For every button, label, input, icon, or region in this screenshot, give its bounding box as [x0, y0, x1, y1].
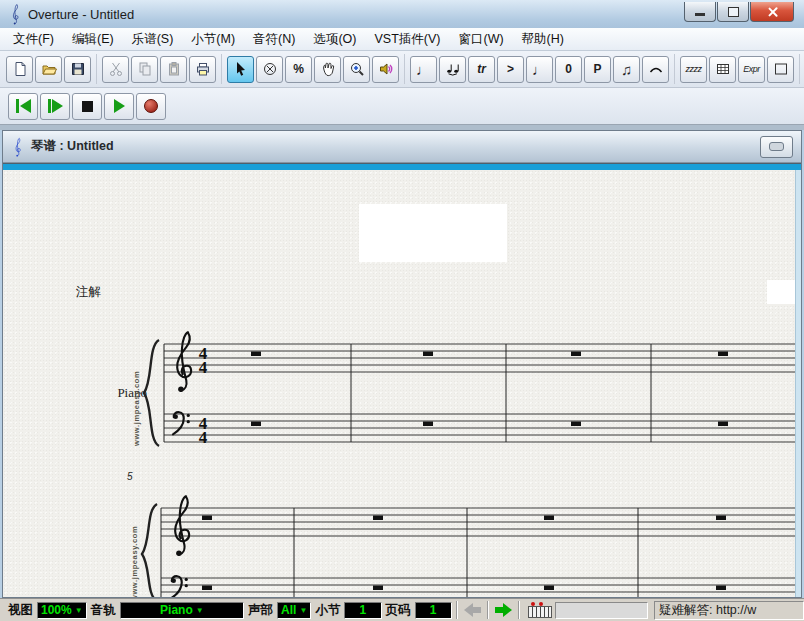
annotation-text[interactable]: 注解 — [76, 284, 101, 301]
hand-pan-button[interactable] — [314, 56, 341, 83]
score-minimize-icon — [769, 142, 784, 151]
expression-button[interactable]: Expr — [738, 56, 765, 83]
status-input-field[interactable] — [555, 602, 648, 619]
measure-grid-button[interactable] — [709, 56, 736, 83]
markup-tool-group: zzzz Expr — [680, 54, 800, 84]
menu-vst[interactable]: VST插件(V) — [365, 28, 449, 51]
rewind-button[interactable] — [8, 93, 38, 120]
minimize-button[interactable] — [684, 2, 716, 22]
menu-file[interactable]: 文件(F) — [4, 28, 63, 51]
tie-button[interactable] — [439, 56, 466, 83]
voice-dropdown[interactable]: All▼ — [277, 602, 311, 619]
left-arrow-tail — [473, 607, 481, 613]
percent-button[interactable]: % — [285, 56, 312, 83]
play-button[interactable] — [104, 93, 134, 120]
whole-rests — [202, 516, 726, 591]
score-system-2[interactable]: 5 www.jmpeasy.com — [81, 463, 801, 597]
menu-options[interactable]: 选项(O) — [304, 28, 365, 51]
paste-clipboard-icon — [166, 61, 182, 77]
tremolo-glyph: zzzz — [686, 64, 702, 74]
menu-edit[interactable]: 编辑(E) — [63, 28, 123, 51]
step-play-icon — [48, 99, 51, 113]
open-folder-icon — [41, 61, 57, 77]
edit-tool-group — [102, 54, 222, 84]
measure-label: 小节 — [315, 602, 340, 619]
chevron-down-icon: ▼ — [75, 606, 83, 615]
close-icon — [767, 6, 778, 17]
zero-button[interactable]: 0 — [555, 56, 582, 83]
staff-lines — [164, 344, 796, 442]
voice-label: 声部 — [248, 602, 273, 619]
track-dropdown[interactable]: Piano▼ — [120, 602, 244, 619]
transport-group — [8, 91, 171, 121]
text-box-button[interactable] — [767, 56, 794, 83]
transport-bar — [0, 88, 804, 125]
note-tool-group: ♩ tr > ♩ 0 P ♫ — [410, 54, 675, 84]
divider — [456, 601, 458, 619]
slur-icon — [648, 61, 664, 77]
menu-bar: 文件(F) 编辑(E) 乐谱(S) 小节(M) 音符(N) 选项(O) VST插… — [0, 28, 804, 51]
tremolo-button[interactable]: zzzz — [680, 56, 707, 83]
record-button[interactable] — [136, 93, 166, 120]
previous-page-button[interactable] — [464, 603, 481, 617]
time-signature: 4 4 4 4 — [199, 344, 208, 447]
watermark-text: www.jmpeasy.com — [132, 371, 141, 447]
pedal-glyph: P — [593, 62, 601, 76]
score-window-title: 琴谱 : Untitled — [31, 138, 114, 155]
save-button[interactable] — [64, 56, 91, 83]
score-page[interactable]: 注解 Piano www.jmpeasy.com 4 4 4 4 — [3, 170, 801, 597]
page-value[interactable]: 1 — [415, 602, 452, 619]
playback-sound-button[interactable] — [372, 56, 399, 83]
new-button[interactable] — [6, 56, 33, 83]
print-button[interactable] — [189, 56, 216, 83]
maximize-button[interactable] — [717, 2, 749, 22]
eraser-button[interactable] — [256, 56, 283, 83]
window-controls — [684, 2, 794, 22]
score-window[interactable]: 琴谱 : Untitled 注解 Piano www.jmpeasy.com 4… — [2, 130, 802, 598]
select-arrow-button[interactable] — [227, 56, 254, 83]
accent-button[interactable]: > — [497, 56, 524, 83]
title-text-frame[interactable] — [359, 204, 507, 262]
score-minimize-button[interactable] — [760, 136, 793, 158]
menu-measure[interactable]: 小节(M) — [182, 28, 244, 51]
copy-button[interactable] — [131, 56, 158, 83]
score-system-1[interactable]: Piano www.jmpeasy.com 4 4 4 4 — [91, 322, 801, 467]
bass-clef-icon — [171, 576, 188, 597]
close-button[interactable] — [750, 2, 794, 22]
pedal-button[interactable]: P — [584, 56, 611, 83]
save-floppy-icon — [70, 61, 86, 77]
slur-button[interactable] — [642, 56, 669, 83]
help-link-panel[interactable]: 疑难解答: http://w — [654, 601, 804, 620]
cut-button[interactable] — [102, 56, 129, 83]
step-play-button[interactable] — [40, 93, 70, 120]
trill-button[interactable]: tr — [468, 56, 495, 83]
next-page-button[interactable] — [495, 603, 512, 617]
divider — [487, 601, 489, 619]
main-toolbar: % ♩ tr > ♩ 0 P ♫ zzzz Expr — [0, 51, 804, 88]
quarter-note-button[interactable]: ♩ — [410, 56, 437, 83]
minimize-icon — [695, 13, 705, 16]
measure-value[interactable]: 1 — [344, 602, 381, 619]
view-zoom-dropdown[interactable]: 100%▼ — [37, 602, 87, 619]
piano-keys-icon — [528, 606, 552, 618]
accent-glyph: > — [507, 62, 514, 76]
paste-button[interactable] — [160, 56, 187, 83]
whole-rests — [251, 352, 728, 427]
menu-window[interactable]: 窗口(W) — [449, 28, 512, 51]
note-button[interactable]: ♩ — [526, 56, 553, 83]
menu-notes[interactable]: 音符(N) — [244, 28, 304, 51]
page-right-margin — [795, 170, 801, 597]
menu-help[interactable]: 帮助(H) — [513, 28, 573, 51]
score-window-titlebar[interactable]: 琴谱 : Untitled — [3, 131, 801, 163]
new-document-icon — [12, 61, 28, 77]
beamed-notes-button[interactable]: ♫ — [613, 56, 640, 83]
stop-button[interactable] — [72, 93, 102, 120]
score-accent-bar — [3, 163, 801, 170]
zoom-button[interactable] — [343, 56, 370, 83]
open-button[interactable] — [35, 56, 62, 83]
virtual-keyboard-button[interactable] — [528, 602, 546, 618]
menu-score[interactable]: 乐谱(S) — [123, 28, 183, 51]
help-link-text: 疑难解答: http://w — [659, 602, 756, 619]
rectangle-icon — [773, 61, 789, 77]
window-titlebar[interactable]: Overture - Untitled — [0, 0, 804, 28]
